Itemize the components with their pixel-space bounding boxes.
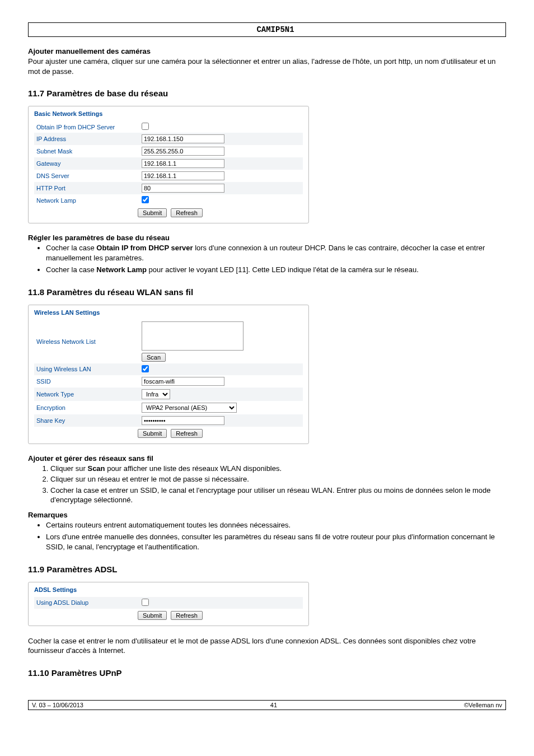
step-3: Cocher la case et entrer un SSID, le can… bbox=[50, 486, 506, 505]
wlist-label: Wireless Network List bbox=[34, 320, 139, 363]
key-input[interactable] bbox=[142, 416, 224, 425]
doc-title: CAMIP5N1 bbox=[45, 24, 505, 35]
enc-select[interactable]: WPA2 Personal (AES) bbox=[142, 403, 237, 413]
adsl-panel-title: ADSL Settings bbox=[34, 586, 77, 593]
basic-network-panel: Basic Network Settings Obtain IP from DH… bbox=[28, 106, 309, 223]
dns-input[interactable] bbox=[142, 171, 224, 180]
basic-network-panel-title: Basic Network Settings bbox=[34, 110, 102, 117]
basic-refresh-button[interactable]: Refresh bbox=[171, 208, 203, 217]
bullet-lamp: Cocher la case Network Lamp pour activer… bbox=[46, 265, 506, 275]
footer-left: V. 03 – 10/06/2013 bbox=[32, 702, 83, 708]
add-cameras-heading: Ajouter manuellement des caméras bbox=[28, 47, 506, 55]
mask-input[interactable] bbox=[142, 147, 224, 156]
using-wlan-checkbox[interactable] bbox=[142, 365, 149, 372]
section-11-9-heading: 11.9 Paramètres ADSL bbox=[28, 564, 506, 574]
using-wlan-label: Using Wireless LAN bbox=[34, 363, 139, 375]
enc-label: Encryption bbox=[34, 401, 139, 414]
lamp-checkbox[interactable] bbox=[142, 196, 149, 203]
wlan-refresh-button[interactable]: Refresh bbox=[171, 429, 203, 438]
step-1: Cliquer sur Scan pour afficher une liste… bbox=[50, 464, 506, 474]
section-11-7-heading: 11.7 Paramètres de base du réseau bbox=[28, 88, 506, 98]
footer-center: 41 bbox=[270, 702, 277, 708]
step-2: Cliquer sur un réseau et entrer le mot d… bbox=[50, 474, 506, 484]
ntype-select[interactable]: Infra bbox=[142, 389, 170, 399]
remark-1: Certains routeurs entrent automatiquemen… bbox=[46, 520, 506, 530]
basic-network-sub-heading: Régler les paramètres de base du réseau bbox=[28, 234, 506, 242]
ssid-input[interactable] bbox=[142, 377, 224, 386]
adsl-checkbox[interactable] bbox=[142, 599, 149, 606]
bullet-dhcp: Cocher la case Obtain IP from DHCP serve… bbox=[46, 243, 506, 263]
dns-label: DNS Server bbox=[34, 170, 139, 182]
mask-label: Subnet Mask bbox=[34, 145, 139, 157]
basic-submit-button[interactable]: Submit bbox=[138, 208, 167, 217]
section-11-10-heading: 11.10 Paramètres UPnP bbox=[28, 668, 506, 678]
ip-label: IP Address bbox=[34, 133, 139, 145]
ntype-label: Network Type bbox=[34, 388, 139, 401]
wireless-lan-panel: Wireless LAN Settings Wireless Network L… bbox=[28, 305, 309, 444]
adsl-text: Cocher la case et entrer le nom d'utilis… bbox=[28, 636, 506, 656]
remarks-heading: Remarques bbox=[28, 511, 506, 519]
wireless-lan-panel-title: Wireless LAN Settings bbox=[34, 309, 100, 316]
page-footer: V. 03 – 10/06/2013 41 ©Velleman nv bbox=[28, 700, 506, 710]
ip-input[interactable] bbox=[142, 134, 224, 143]
footer-right: ©Velleman nv bbox=[464, 702, 502, 708]
http-label: HTTP Port bbox=[34, 182, 139, 194]
wlan-submit-button[interactable]: Submit bbox=[138, 429, 167, 438]
dhcp-label: Obtain IP from DHCP Server bbox=[34, 121, 139, 133]
adsl-refresh-button[interactable]: Refresh bbox=[171, 611, 203, 620]
ssid-label: SSID bbox=[34, 375, 139, 388]
section-11-8-heading: 11.8 Paramètres du réseau WLAN sans fil bbox=[28, 287, 506, 297]
key-label: Share Key bbox=[34, 414, 139, 427]
dhcp-checkbox[interactable] bbox=[142, 123, 149, 130]
wlan-sub-heading: Ajouter et gérer des réseaux sans fil bbox=[28, 454, 506, 463]
adsl-label: Using ADSL Dialup bbox=[34, 597, 139, 609]
scan-button[interactable]: Scan bbox=[142, 353, 166, 362]
adsl-submit-button[interactable]: Submit bbox=[138, 611, 167, 620]
gw-label: Gateway bbox=[34, 157, 139, 170]
gw-input[interactable] bbox=[142, 159, 224, 168]
document-header: CAMIP5N1 bbox=[28, 22, 506, 37]
remark-2: Lors d'une entrée manuelle des données, … bbox=[46, 532, 506, 552]
http-input[interactable] bbox=[142, 184, 224, 193]
wireless-list-box[interactable] bbox=[142, 321, 243, 351]
lamp-label: Network Lamp bbox=[34, 194, 139, 206]
adsl-panel: ADSL Settings Using ADSL Dialup Submit R… bbox=[28, 582, 309, 626]
add-cameras-text: Pour ajuster une caméra, cliquer sur une… bbox=[28, 57, 506, 76]
